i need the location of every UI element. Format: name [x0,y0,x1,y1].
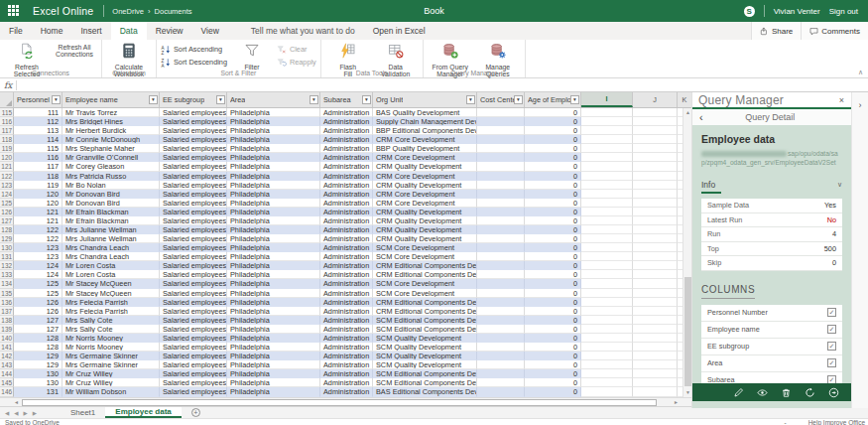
cell-area[interactable]: Philadelphia [227,172,320,181]
row-header[interactable]: 139 [0,325,14,334]
row-header[interactable]: 134 [0,279,14,288]
cell-j[interactable] [633,162,678,171]
cell-cost[interactable] [477,190,525,199]
cell-personnel[interactable]: 116 [14,153,62,162]
cell-area[interactable]: Philadelphia [227,190,320,199]
cell-org[interactable]: SCM Quality Development [373,334,477,343]
tab-home[interactable]: Home [32,22,72,40]
cell-name[interactable]: Mrs Julianne Wellman [62,225,160,234]
cell-j[interactable] [633,172,678,181]
cell-org[interactable]: CRM Core Development [373,199,477,208]
column-header-age[interactable]: Age of Employee▾ [525,92,581,107]
cell-i[interactable] [581,289,633,298]
user-name[interactable]: Vivian Venter [774,7,820,16]
cell-i[interactable] [581,378,633,387]
cell-name[interactable]: Mr William Dobson [62,387,160,396]
cell-subarea[interactable]: Administration [320,162,373,171]
cell-area[interactable]: Philadelphia [227,225,320,234]
cell-subgroup[interactable]: Salaried employees [160,108,227,117]
cell-subarea[interactable]: Administration [320,270,373,279]
cell-name[interactable]: Mrs Felecia Parrish [62,307,160,316]
column-header-area[interactable]: Area▾ [227,92,320,107]
row-header[interactable]: 127 [0,216,14,225]
cell-name[interactable]: Mr Loren Costa [62,270,160,279]
row-header[interactable]: 119 [0,144,14,153]
cell-area[interactable]: Philadelphia [227,307,320,316]
cell-subarea[interactable]: Administration [320,289,373,298]
cell-subgroup[interactable]: Salaried employees [160,325,227,334]
cell-personnel[interactable]: 128 [14,334,62,343]
cell-name[interactable]: Mr Efrain Blackman [62,216,160,225]
cell-area[interactable]: Philadelphia [227,108,320,117]
cell-area[interactable]: Philadelphia [227,252,320,261]
cell-personnel[interactable]: 126 [14,307,62,316]
cell-age[interactable]: 0 [525,225,581,234]
sheet-tab-sheet1[interactable]: Sheet1 [61,407,105,418]
filter-age-button[interactable]: ▾ [570,95,579,104]
cell-org[interactable]: SCM Core Development [373,279,477,288]
checkbox-personnel-number[interactable]: ✓ [827,308,836,317]
cell-personnel[interactable]: 113 [14,126,62,135]
cell-cost[interactable] [477,352,525,360]
cell-age[interactable]: 0 [525,289,581,298]
comments-button[interactable]: Comments [801,22,868,40]
cell-subarea[interactable]: Administration [320,252,373,261]
cell-i[interactable] [581,307,633,316]
cell-subarea[interactable]: Administration [320,225,373,234]
cell-name[interactable]: Mrs Felecia Parrish [62,298,160,307]
cell-org[interactable]: BAS Quality Development [373,108,477,117]
cell-subgroup[interactable]: Salaried employees [160,199,227,208]
cell-age[interactable]: 0 [525,343,581,352]
cell-area[interactable]: Philadelphia [227,343,320,352]
cell-cost[interactable] [477,252,525,261]
cell-j[interactable] [633,352,678,360]
last-sheet-icon[interactable]: ▶ [33,410,37,416]
cell-cost[interactable] [477,298,525,307]
cell-subgroup[interactable]: Salaried employees [160,360,227,369]
cell-i[interactable] [581,343,633,352]
cell-age[interactable]: 0 [525,117,581,126]
prev-sheet-icon[interactable]: ◀ [14,410,18,416]
cell-age[interactable]: 0 [525,144,581,153]
tab-open-in-excel[interactable]: Open in Excel [364,22,434,40]
cell-name[interactable]: Mr Efrain Blackman [62,208,160,216]
cell-name[interactable]: Mr Cruz Willey [62,378,160,387]
cell-subarea[interactable]: Administration [320,234,373,243]
cell-subgroup[interactable]: Salaried employees [160,135,227,144]
cell-org[interactable]: SCM Core Development [373,243,477,252]
filter-personnel-button[interactable]: ▾ [52,95,61,104]
help-improve-office-link[interactable]: Help Improve Office [808,419,865,425]
cell-subarea[interactable]: Administration [320,279,373,288]
cell-j[interactable] [633,126,678,135]
cell-age[interactable]: 0 [525,307,581,316]
cell-org[interactable]: CRM Core Development [373,153,477,162]
cell-personnel[interactable]: 127 [14,325,62,334]
cell-i[interactable] [581,316,633,325]
cell-org[interactable]: CRM Editional Components Development [373,298,477,307]
cell-age[interactable]: 0 [525,190,581,199]
cell-subarea[interactable]: Administration [320,126,373,135]
cell-subgroup[interactable]: Salaried employees [160,261,227,270]
cell-age[interactable]: 0 [525,135,581,144]
cell-org[interactable]: SCM Quality Development [373,352,477,360]
cell-j[interactable] [633,216,678,225]
skype-presence-icon[interactable]: S [744,6,755,17]
cell-org[interactable]: SCM Core Development [373,252,477,261]
cell-cost[interactable] [477,234,525,243]
cell-cost[interactable] [477,279,525,288]
cell-name[interactable]: Mrs Stephanie Maher [62,144,160,153]
horizontal-scrollbar[interactable]: ◄ ► [0,397,691,406]
column-header-subgroup[interactable]: EE subgroup▾ [160,92,227,107]
cell-cost[interactable] [477,153,525,162]
cell-j[interactable] [633,343,678,352]
cell-subarea[interactable]: Administration [320,144,373,153]
column-header-org[interactable]: Org Unit▾ [373,92,477,107]
cell-subarea[interactable]: Administration [320,261,373,270]
cell-org[interactable]: CRM Quality Development [373,216,477,225]
cell-personnel[interactable]: 120 [14,190,62,199]
cell-org[interactable]: CRM Editional Components Development [373,270,477,279]
cell-j[interactable] [633,298,678,307]
cell-area[interactable]: Philadelphia [227,126,320,135]
cell-area[interactable]: Philadelphia [227,270,320,279]
cell-area[interactable]: Philadelphia [227,325,320,334]
